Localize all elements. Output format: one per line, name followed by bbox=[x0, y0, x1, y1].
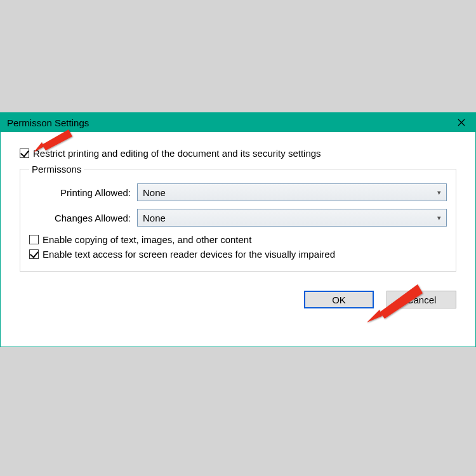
enable-reader-row: Enable text access for screen reader dev… bbox=[29, 249, 447, 260]
chevron-down-icon: ▾ bbox=[437, 188, 441, 197]
cancel-button[interactable]: Cancel bbox=[387, 291, 456, 308]
cancel-label: Cancel bbox=[407, 294, 437, 305]
restrict-row: Restrict printing and editing of the doc… bbox=[20, 148, 456, 159]
dialog-title: Permisson Settings bbox=[7, 117, 89, 128]
printing-allowed-select[interactable]: None ▾ bbox=[137, 183, 447, 201]
enable-copy-label: Enable copying of text, images, and othe… bbox=[43, 234, 251, 245]
enable-reader-label: Enable text access for screen reader dev… bbox=[43, 249, 335, 260]
close-button[interactable] bbox=[447, 113, 475, 132]
permissions-fieldset: Permissons Printing Allowed: None ▾ Chan… bbox=[20, 164, 456, 272]
printing-label: Printing Allowed: bbox=[29, 187, 137, 198]
enable-reader-checkbox[interactable] bbox=[29, 249, 39, 259]
titlebar: Permisson Settings bbox=[1, 113, 475, 132]
enable-copy-row: Enable copying of text, images, and othe… bbox=[29, 234, 447, 245]
changes-allowed-select[interactable]: None ▾ bbox=[137, 209, 447, 227]
ok-label: OK bbox=[332, 294, 346, 305]
printing-value: None bbox=[143, 187, 166, 198]
close-icon bbox=[458, 117, 465, 128]
restrict-checkbox[interactable] bbox=[20, 149, 29, 158]
printing-row: Printing Allowed: None ▾ bbox=[29, 183, 447, 201]
changes-value: None bbox=[143, 213, 166, 223]
ok-button[interactable]: OK bbox=[304, 291, 374, 308]
permission-settings-dialog: Permisson Settings Restrict printing and… bbox=[0, 112, 476, 347]
permissions-legend: Permissons bbox=[29, 164, 84, 175]
inner-checks: Enable copying of text, images, and othe… bbox=[29, 234, 447, 260]
enable-copy-checkbox[interactable] bbox=[29, 235, 39, 244]
dialog-body: Restrict printing and editing of the doc… bbox=[1, 132, 475, 281]
changes-label: Changes Allowed: bbox=[29, 213, 137, 223]
chevron-down-icon: ▾ bbox=[437, 214, 441, 222]
restrict-label: Restrict printing and editing of the doc… bbox=[33, 148, 321, 159]
changes-row: Changes Allowed: None ▾ bbox=[29, 209, 447, 227]
button-row: OK Cancel bbox=[1, 281, 475, 308]
